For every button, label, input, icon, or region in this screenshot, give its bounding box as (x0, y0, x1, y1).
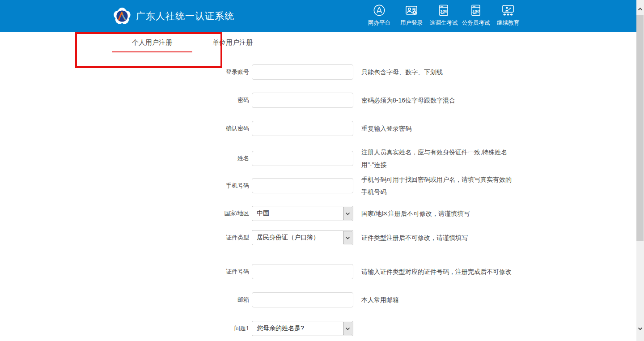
nav-item-continuing-education[interactable]: 继续教育 (492, 3, 524, 27)
chevron-down-icon[interactable] (343, 231, 352, 244)
confirm-password-input[interactable] (252, 121, 353, 136)
scrollbar-thumb[interactable] (636, 15, 644, 241)
form-row-country-region: 国家/地区中国国家/地区注册后不可修改，请谨慎填写 (195, 206, 517, 221)
vertical-scrollbar[interactable] (636, 0, 644, 341)
selected-option: 居民身份证（户口簿） (252, 234, 319, 242)
exam-100-icon: 100 (469, 3, 483, 18)
field-hint: 国家/地区注册后不可修改，请谨慎填写 (361, 207, 517, 220)
email-input[interactable] (252, 292, 353, 307)
field-hint: 密码必须为8-16位字母跟数字混合 (361, 94, 517, 107)
tab-company-registration[interactable]: 单位用户注册 (192, 38, 273, 52)
form-row-id-type: 证件类型居民身份证（户口簿）证件类型注册后不可修改，请谨慎填写 (195, 230, 517, 245)
country-region-select[interactable]: 中国 (252, 206, 353, 221)
chevron-down-icon[interactable] (343, 322, 352, 335)
chevron-down-icon[interactable] (343, 207, 352, 220)
nav-item-label: 网办平台 (368, 19, 390, 27)
id-number-input[interactable] (252, 264, 353, 279)
registration-tabs: 个人用户注册单位用户注册 (112, 38, 273, 52)
form-row-security-question-1: 问题1您母亲的姓名是? (195, 321, 517, 336)
selected-option: 您母亲的姓名是? (252, 324, 304, 332)
field-label: 证件号码 (195, 268, 249, 276)
form-row-mobile-number: 手机号码手机号码可用于找回密码或用户名，请填写真实有效的手机号码 (195, 178, 517, 193)
field-hint: 证件类型注册后不可修改，请谨慎填写 (361, 231, 517, 244)
exam-100-icon: 100 (437, 3, 450, 18)
field-label: 姓名 (195, 154, 249, 162)
form-row-password: 密码密码必须为8-16位字母跟数字混合 (195, 93, 517, 108)
field-hint: 重复输入登录密码 (361, 122, 517, 135)
security-question-1-select[interactable]: 您母亲的姓名是? (252, 321, 353, 336)
form-row-real-name: 姓名注册人员真实姓名，应与有效身份证件一致,特殊姓名用"·"连接 (195, 151, 517, 166)
page: 广东人社统一认证系统 网办平台用户登录100选调生考试100公务员考试继续教育 … (0, 0, 644, 341)
nav-item-xuandiao-exam[interactable]: 100选调生考试 (428, 3, 460, 27)
field-label: 问题1 (195, 324, 249, 332)
education-icon (500, 3, 516, 18)
field-label: 登录账号 (195, 68, 249, 76)
tab-personal-registration[interactable]: 个人用户注册 (112, 38, 192, 52)
field-label: 邮箱 (195, 296, 249, 304)
field-hint: 请输入证件类型对应的证件号码，注册完成后不可修改 (361, 265, 517, 278)
form-row-login-account: 登录账号只能包含字母、数字、下划线 (195, 64, 517, 80)
user-login-icon (404, 3, 419, 18)
scroll-up-arrow-icon[interactable] (636, 5, 644, 13)
svg-text:100: 100 (440, 9, 448, 13)
nav-item-user-login[interactable]: 用户登录 (395, 3, 428, 27)
field-hint: 本人常用邮箱 (361, 294, 517, 306)
field-label: 确认密码 (195, 124, 249, 132)
selected-option: 中国 (252, 209, 269, 217)
field-hint: 只能包含字母、数字、下划线 (361, 66, 517, 78)
form-row-email: 邮箱本人常用邮箱 (195, 292, 517, 307)
nav-item-civil-servant-exam[interactable]: 100公务员考试 (460, 3, 492, 27)
header-bar: 广东人社统一认证系统 网办平台用户登录100选调生考试100公务员考试继续教育 (0, 0, 636, 32)
login-account-input[interactable] (252, 64, 353, 80)
field-hint: 手机号码可用于找回密码或用户名，请填写真实有效的手机号码 (361, 173, 517, 198)
nav-item-web-platform[interactable]: 网办平台 (363, 3, 395, 27)
platform-icon (373, 3, 386, 18)
field-label: 国家/地区 (195, 209, 249, 217)
field-hint: 注册人员真实姓名，应与有效身份证件一致,特殊姓名用"·"连接 (361, 146, 517, 171)
mobile-number-input[interactable] (252, 178, 353, 193)
svg-text:100: 100 (472, 9, 480, 13)
field-label: 密码 (195, 96, 249, 104)
field-label: 证件类型 (195, 234, 249, 242)
scroll-down-arrow-icon[interactable] (636, 325, 644, 332)
password-input[interactable] (252, 93, 353, 108)
nav-item-label: 选调生考试 (430, 19, 458, 27)
field-label: 手机号码 (195, 182, 249, 190)
real-name-input[interactable] (252, 151, 353, 166)
nav-item-label: 公务员考试 (462, 19, 490, 27)
gdhrss-blossom-logo (112, 6, 132, 26)
nav-item-label: 用户登录 (400, 19, 423, 27)
nav-item-label: 继续教育 (497, 19, 519, 27)
form-row-confirm-password: 确认密码重复输入登录密码 (195, 121, 517, 136)
site-title: 广东人社统一认证系统 (136, 0, 234, 32)
header-nav: 网办平台用户登录100选调生考试100公务员考试继续教育 (363, 3, 524, 27)
form-row-id-number: 证件号码请输入证件类型对应的证件号码，注册完成后不可修改 (195, 264, 517, 279)
id-type-select[interactable]: 居民身份证（户口簿） (252, 230, 353, 245)
